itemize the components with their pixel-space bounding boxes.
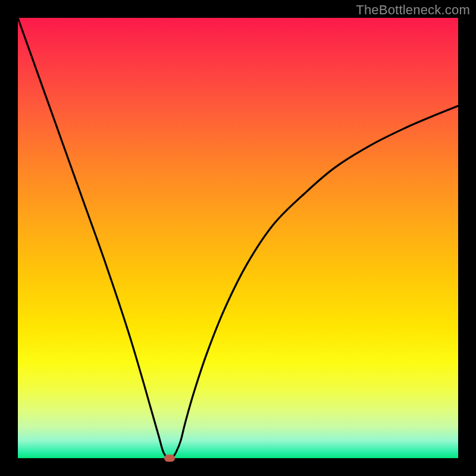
plot-area: [18, 18, 458, 458]
optimum-marker: [164, 455, 175, 462]
bottleneck-curve: [18, 18, 458, 458]
chart-frame: TheBottleneck.com: [0, 0, 476, 476]
watermark-text: TheBottleneck.com: [356, 2, 470, 18]
